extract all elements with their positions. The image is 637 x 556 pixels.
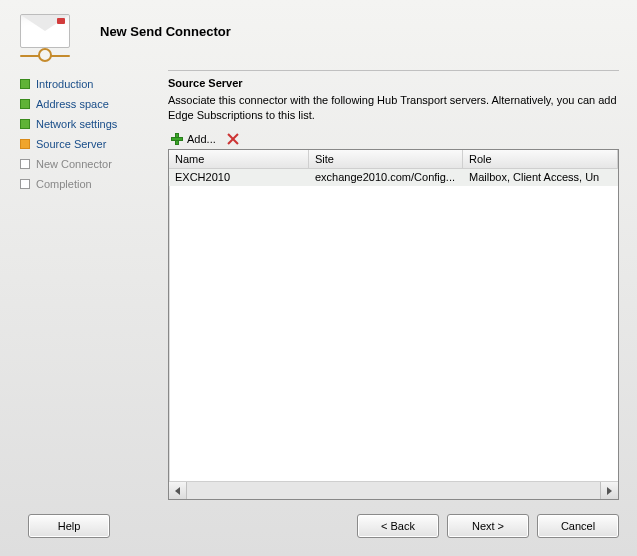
stamp-icon — [57, 18, 65, 24]
step-label: Address space — [36, 98, 109, 110]
square-icon — [20, 79, 30, 89]
cell-site: exchange2010.com/Config... — [309, 169, 463, 185]
cancel-button[interactable]: Cancel — [537, 514, 619, 538]
envelope-icon — [20, 14, 70, 48]
steps-sidebar: Introduction Address space Network setti… — [20, 70, 160, 500]
wizard-title: New Send Connector — [100, 24, 231, 39]
list-header: Name Site Role — [169, 150, 618, 169]
page-title: Source Server — [168, 77, 619, 89]
wizard-body: Introduction Address space Network setti… — [0, 70, 637, 500]
col-name[interactable]: Name — [169, 150, 309, 168]
servers-list: Name Site Role EXCH2010 exchange2010.com… — [168, 149, 619, 500]
wizard-footer: Help < Back Next > Cancel — [0, 500, 637, 556]
step-network-settings[interactable]: Network settings — [20, 118, 160, 130]
add-button[interactable]: Add... — [168, 131, 218, 147]
cell-name: EXCH2010 — [169, 169, 309, 185]
step-introduction[interactable]: Introduction — [20, 78, 160, 90]
wizard-header: New Send Connector — [0, 0, 637, 70]
chevron-right-icon — [607, 487, 612, 495]
add-label: Add... — [187, 133, 216, 145]
table-row[interactable]: EXCH2010 exchange2010.com/Config... Mail… — [169, 169, 618, 186]
header-icon — [20, 14, 70, 60]
horizontal-scrollbar[interactable] — [169, 481, 618, 499]
square-icon — [20, 119, 30, 129]
divider — [168, 70, 619, 71]
square-icon — [20, 179, 30, 189]
square-icon — [20, 159, 30, 169]
scroll-left-button[interactable] — [169, 482, 187, 499]
scroll-track[interactable] — [187, 482, 600, 499]
step-label: New Connector — [36, 158, 112, 170]
square-icon — [20, 139, 30, 149]
stand-icon — [20, 52, 70, 60]
step-new-connector: New Connector — [20, 158, 160, 170]
step-label: Source Server — [36, 138, 106, 150]
square-icon — [20, 99, 30, 109]
page-description: Associate this connector with the follow… — [168, 93, 619, 123]
help-button[interactable]: Help — [28, 514, 110, 538]
list-toolbar: Add... — [168, 131, 619, 147]
main-panel: Source Server Associate this connector w… — [168, 70, 619, 500]
back-button[interactable]: < Back — [357, 514, 439, 538]
plus-icon — [170, 132, 184, 146]
wizard-root: New Send Connector Introduction Address … — [0, 0, 637, 556]
col-site[interactable]: Site — [309, 150, 463, 168]
next-button[interactable]: Next > — [447, 514, 529, 538]
list-body: EXCH2010 exchange2010.com/Config... Mail… — [169, 169, 618, 481]
step-completion: Completion — [20, 178, 160, 190]
chevron-left-icon — [175, 487, 180, 495]
step-label: Completion — [36, 178, 92, 190]
step-label: Introduction — [36, 78, 93, 90]
remove-button[interactable] — [226, 132, 240, 146]
step-label: Network settings — [36, 118, 117, 130]
step-address-space[interactable]: Address space — [20, 98, 160, 110]
step-source-server[interactable]: Source Server — [20, 138, 160, 150]
col-role[interactable]: Role — [463, 150, 618, 168]
cell-role: Mailbox, Client Access, Un — [463, 169, 618, 185]
scroll-right-button[interactable] — [600, 482, 618, 499]
